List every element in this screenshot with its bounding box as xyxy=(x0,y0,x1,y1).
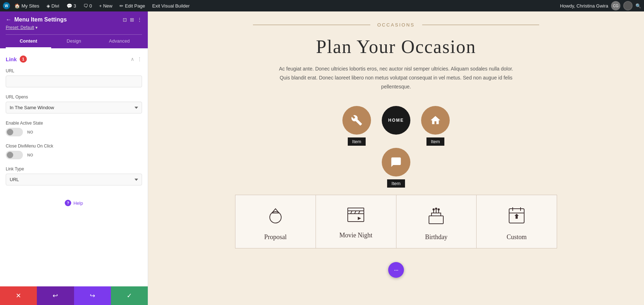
home-brown-label: Item xyxy=(426,137,444,146)
icon-item-home-brown: Item xyxy=(421,106,450,146)
section-collapse-icon[interactable]: ∧ xyxy=(131,56,134,62)
url-input[interactable] xyxy=(6,76,142,87)
tools-icon-label: Item xyxy=(348,137,365,146)
wrench-icon xyxy=(351,115,362,126)
link-badge: 1 xyxy=(20,55,27,63)
admin-bar: W 🏠 My Sites ◈ Divi 💬 3 🗨 0 + New ✏ Edit… xyxy=(0,0,644,11)
wp-logo-icon[interactable]: W xyxy=(3,2,10,9)
custom-label: Custom xyxy=(507,233,527,241)
active-state-field-group: Enable Active State NO xyxy=(6,121,142,136)
active-state-toggle-row: NO xyxy=(6,128,142,136)
proposal-label: Proposal xyxy=(264,233,287,241)
floating-dots-button[interactable]: ··· xyxy=(388,262,404,278)
exit-builder-button[interactable]: Exit Visual Builder xyxy=(150,0,193,11)
edit-icon: ✏ xyxy=(119,3,123,9)
svg-rect-11 xyxy=(431,213,441,216)
tab-content[interactable]: Content xyxy=(6,35,51,48)
category-custom[interactable]: Custom xyxy=(477,195,557,248)
url-opens-field-group: URL Opens In The Same Window In A New Wi… xyxy=(6,95,142,113)
panel-header: ← Menu Item Settings ⊡ ⊞ ⋮ Preset: Defau… xyxy=(0,11,148,48)
svg-rect-3 xyxy=(348,211,364,222)
close-divimenu-label: Close DiviMenu On Click xyxy=(6,144,142,149)
icon-item-tools: Item xyxy=(342,106,371,146)
url-opens-select[interactable]: In The Same Window In A New Window xyxy=(6,102,142,113)
admin-bar-right: Howdy, Christina Gwira CG 🔍 xyxy=(560,1,641,10)
svg-rect-10 xyxy=(429,216,443,224)
panel-tabs: Content Design Advanced xyxy=(6,34,142,48)
svg-rect-8 xyxy=(348,208,364,211)
back-button[interactable]: ← xyxy=(6,16,11,23)
cake-svg xyxy=(427,206,445,226)
category-proposal[interactable]: Proposal xyxy=(235,195,316,248)
home-icon: 🏠 xyxy=(14,3,20,9)
main-layout: ← Menu Item Settings ⊡ ⊞ ⋮ Preset: Defau… xyxy=(0,11,644,305)
link-type-label: Link Type xyxy=(6,166,142,171)
chat-icon-circle[interactable] xyxy=(382,148,410,176)
search-icon[interactable]: 🔍 xyxy=(635,3,641,9)
categories-grid: Proposal Movie Nig xyxy=(235,195,557,248)
occasions-line-left xyxy=(253,25,370,25)
svg-point-17 xyxy=(438,209,439,210)
close-divimenu-value: NO xyxy=(27,153,33,157)
home-brown-circle[interactable] xyxy=(421,106,450,135)
bubble-icon: 🗨 xyxy=(83,3,88,9)
divi-menu[interactable]: ◈ Divi xyxy=(44,0,62,11)
page-main-title: Plan Your Occasion xyxy=(316,36,476,57)
menu-icons-row2: Item xyxy=(382,148,410,188)
help-section[interactable]: ? Help xyxy=(6,193,142,213)
link-type-select[interactable]: URL Phone Email Anchor xyxy=(6,174,142,185)
preview-content: OCCASIONS Plan Your Occasion Ac feugiat … xyxy=(148,11,644,305)
close-divimenu-field-group: Close DiviMenu On Click NO xyxy=(6,144,142,159)
panel-icon-1[interactable]: ⊡ xyxy=(123,17,127,23)
tab-design[interactable]: Design xyxy=(51,35,97,48)
preset-selector[interactable]: Preset: Default ▾ xyxy=(6,25,142,30)
save-button[interactable]: ✓ xyxy=(111,286,148,305)
movie-night-label: Movie Night xyxy=(339,232,372,239)
new-menu[interactable]: + New xyxy=(96,0,115,11)
divi-icon: ◈ xyxy=(47,3,50,9)
svg-marker-9 xyxy=(358,217,360,219)
svg-line-5 xyxy=(351,211,352,214)
chat-icon-label: Item xyxy=(387,179,405,188)
panel-content: Link 1 ∧ ⋮ URL URL Opens In The Same Win… xyxy=(0,48,148,286)
custom-icon xyxy=(508,206,526,228)
chat-icon xyxy=(390,156,402,168)
svg-point-15 xyxy=(433,209,434,210)
active-state-toggle[interactable] xyxy=(6,128,23,136)
active-state-value: NO xyxy=(27,130,33,134)
url-field-group: URL xyxy=(6,68,142,87)
url-opens-label: URL Opens xyxy=(6,95,142,100)
tab-advanced[interactable]: Advanced xyxy=(97,35,142,48)
panel-icon-2[interactable]: ⊞ xyxy=(130,17,134,23)
edit-page-button[interactable]: ✏ Edit Page xyxy=(117,0,148,11)
svg-marker-22 xyxy=(514,214,519,219)
menu-icons-container: Item HOME Item xyxy=(342,106,450,188)
tools-icon-circle[interactable] xyxy=(342,106,371,135)
link-type-field-group: Link Type URL Phone Email Anchor xyxy=(6,166,142,185)
clapperboard-svg xyxy=(346,206,366,224)
icon-item-home-black: HOME xyxy=(382,106,410,135)
svg-line-7 xyxy=(358,211,360,214)
redo-button[interactable]: ↪ xyxy=(74,286,111,305)
comments-menu[interactable]: 💬 3 xyxy=(64,0,79,11)
my-sites-menu[interactable]: 🏠 My Sites xyxy=(11,0,42,11)
category-movie-night[interactable]: Movie Night xyxy=(316,195,396,248)
undo-button[interactable]: ↩ xyxy=(37,286,74,305)
active-state-label: Enable Active State xyxy=(6,121,142,126)
calendar-svg xyxy=(508,206,526,226)
comment-count[interactable]: 🗨 0 xyxy=(80,0,95,11)
category-birthday[interactable]: Birthday xyxy=(396,195,477,248)
section-title-link: Link 1 xyxy=(6,55,27,63)
cancel-button[interactable]: ✕ xyxy=(0,286,37,305)
section-more-icon[interactable]: ⋮ xyxy=(137,56,142,62)
ring-svg xyxy=(267,206,284,226)
panel-more-icon[interactable]: ⋮ xyxy=(137,17,142,23)
help-label: Help xyxy=(73,200,83,206)
settings-panel: ← Menu Item Settings ⊡ ⊞ ⋮ Preset: Defau… xyxy=(0,11,148,305)
close-divimenu-toggle[interactable] xyxy=(6,151,23,159)
svg-point-16 xyxy=(435,208,437,209)
occasions-line-right xyxy=(422,25,540,25)
home-black-circle[interactable]: HOME xyxy=(382,106,410,135)
comment-icon: 💬 xyxy=(67,3,72,9)
page-description: Ac feugiat ante. Donec ultricies loborti… xyxy=(274,64,518,92)
